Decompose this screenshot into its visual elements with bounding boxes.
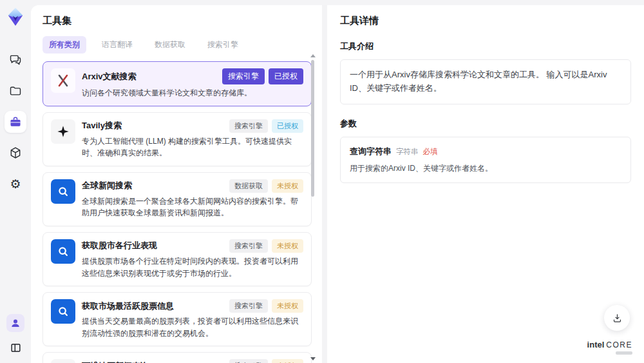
briefcase-icon bbox=[9, 115, 22, 128]
panel-divider bbox=[322, 5, 327, 363]
folder-icon bbox=[9, 84, 22, 97]
intel-core-sub-badge bbox=[616, 351, 632, 355]
gear-icon: ⚙ bbox=[10, 178, 21, 190]
sidebar-item-settings[interactable]: ⚙ bbox=[5, 173, 26, 195]
brand-intel-text: intel bbox=[587, 340, 605, 349]
tool-card-tavily[interactable]: Tavily搜索 搜索引擎 已授权 专为人工智能代理 (LLM) 构建的搜索引擎… bbox=[43, 112, 312, 166]
sidebar-nav: ⚙ bbox=[5, 49, 26, 195]
tool-description: 全球新闻搜索是一个聚合全球各大新闻网站内容的搜索引擎。帮助用户快速获取全球最新资… bbox=[82, 195, 303, 219]
download-button[interactable] bbox=[604, 305, 630, 331]
brand-core-text: CORE bbox=[606, 340, 632, 349]
tool-description: 提供当天交易量最高的股票列表，投资者可以利用这些信息来识别流动性强的股票和潜在的… bbox=[82, 315, 303, 339]
tag-auth-status: 未授权 bbox=[272, 359, 303, 363]
news-search-icon bbox=[51, 179, 75, 204]
intro-heading: 工具介绍 bbox=[340, 41, 631, 52]
tool-detail-panel: 工具详情 工具介绍 一个用于从Arxiv存储库搜索科学论文和文章的工具。 输入可… bbox=[327, 5, 644, 363]
news-search-icon bbox=[51, 299, 75, 324]
tool-card-sector-performance[interactable]: 获取股市各行业表现 搜索引擎 未授权 提供股票市场各个行业在特定时间段内的表现。… bbox=[43, 232, 312, 286]
category-tabs: 所有类别 语言翻译 数据获取 搜索引擎 bbox=[43, 36, 312, 54]
scrollbar-down-arrow[interactable] bbox=[310, 357, 316, 360]
param-box: 查询字符串 字符串 必填 用于搜索的Arxiv ID、关键字或作者姓名。 bbox=[340, 137, 631, 183]
intro-text: 一个用于从Arxiv存储库搜索科学论文和文章的工具。 输入可以是Arxiv ID… bbox=[350, 68, 621, 95]
param-name: 查询字符串 bbox=[350, 146, 392, 157]
tool-card-regional-news[interactable]: 万维地区新闻查询 搜索引擎 未授权 查询具体行政区划内的新闻，快速了解各地新闻动 bbox=[43, 352, 312, 363]
user-avatar[interactable] bbox=[6, 314, 24, 332]
panel-collapse-icon bbox=[10, 342, 22, 354]
tag-auth-status: 未授权 bbox=[272, 179, 303, 193]
tag-auth-status: 未授权 bbox=[272, 239, 303, 253]
building-icon bbox=[51, 359, 75, 363]
tag-category: 搜索引擎 bbox=[222, 68, 265, 84]
tag-category: 数据获取 bbox=[229, 179, 268, 193]
arxiv-icon bbox=[51, 68, 75, 93]
tool-description: 访问各个研究领域大量科学论文和文章的存储库。 bbox=[82, 87, 303, 99]
tab-data-fetch[interactable]: 数据获取 bbox=[148, 36, 192, 54]
sidebar: ⚙ bbox=[0, 0, 31, 363]
person-icon bbox=[10, 317, 21, 329]
params-heading: 参数 bbox=[340, 118, 631, 130]
tool-name: 获取股市各行业表现 bbox=[82, 240, 157, 251]
scrollbar-up-arrow[interactable] bbox=[310, 54, 316, 57]
page-title: 工具集 bbox=[43, 15, 312, 27]
tag-auth-status: 未授权 bbox=[272, 299, 303, 313]
tool-card-arxiv[interactable]: Arxiv文献搜索 搜索引擎 已授权 访问各个研究领域大量科学论文和文章的存储库… bbox=[43, 61, 312, 106]
tool-name: Arxiv文献搜索 bbox=[82, 71, 137, 83]
tool-card-global-news[interactable]: 全球新闻搜索 数据获取 未授权 全球新闻搜索是一个聚合全球各大新闻网站内容的搜索… bbox=[43, 172, 312, 226]
tool-list-panel: 工具集 所有类别 语言翻译 数据获取 搜索引擎 bbox=[31, 5, 322, 363]
tool-name: 万维地区新闻查询 bbox=[82, 360, 149, 363]
download-icon bbox=[612, 313, 623, 324]
main-content: 工具集 所有类别 语言翻译 数据获取 搜索引擎 bbox=[31, 5, 644, 363]
tag-auth-status: 已授权 bbox=[272, 119, 303, 133]
tool-card-list: Arxiv文献搜索 搜索引擎 已授权 访问各个研究领域大量科学论文和文章的存储库… bbox=[43, 61, 312, 363]
param-description: 用于搜索的Arxiv ID、关键字或作者姓名。 bbox=[350, 163, 621, 174]
list-scrollbar[interactable] bbox=[310, 54, 316, 360]
news-search-icon bbox=[51, 239, 75, 264]
tab-all-categories[interactable]: 所有类别 bbox=[43, 36, 86, 54]
tavily-star-icon bbox=[51, 119, 75, 144]
tag-category: 搜索引擎 bbox=[229, 359, 268, 363]
tool-description: 专为人工智能代理 (LLM) 构建的搜索引擎工具。可快速提供实时、准确和真实的结… bbox=[82, 135, 303, 159]
sidebar-item-tools[interactable] bbox=[5, 111, 26, 133]
sidebar-bottom bbox=[6, 314, 24, 357]
tab-language-translation[interactable]: 语言翻译 bbox=[95, 36, 139, 54]
tool-card-active-stocks[interactable]: 获取市场最活跃股票信息 搜索引擎 未授权 提供当天交易量最高的股票列表，投资者可… bbox=[43, 292, 312, 346]
intro-box: 一个用于从Arxiv存储库搜索科学论文和文章的工具。 输入可以是Arxiv ID… bbox=[340, 59, 631, 104]
collapse-sidebar-button[interactable] bbox=[6, 338, 24, 357]
tool-description: 提供股票市场各个行业在特定时间段内的表现。投资者可以利用这些信息来识别表现优于或… bbox=[82, 255, 303, 279]
sidebar-item-packages[interactable] bbox=[5, 142, 26, 164]
app-window: ⚙ bbox=[0, 0, 644, 363]
tag-category: 搜索引擎 bbox=[229, 239, 268, 253]
app-logo-icon bbox=[5, 6, 26, 27]
scrollbar-thumb[interactable] bbox=[311, 60, 314, 197]
cube-icon bbox=[9, 146, 22, 159]
tool-name: 获取市场最活跃股票信息 bbox=[82, 300, 174, 312]
tag-category: 搜索引擎 bbox=[229, 119, 268, 133]
param-type-badge: 字符串 bbox=[396, 147, 419, 157]
chat-icon bbox=[9, 54, 22, 66]
detail-title: 工具详情 bbox=[340, 15, 631, 27]
tag-category: 搜索引擎 bbox=[229, 299, 268, 313]
tab-search-engine[interactable]: 搜索引擎 bbox=[201, 36, 245, 54]
param-required-badge: 必填 bbox=[423, 147, 438, 157]
tag-auth-status: 已授权 bbox=[269, 68, 303, 84]
intel-core-logo: intelCORE bbox=[587, 340, 632, 355]
tool-name: Tavily搜索 bbox=[82, 120, 122, 132]
sidebar-item-folder[interactable] bbox=[5, 80, 26, 102]
sidebar-item-chat[interactable] bbox=[5, 49, 26, 71]
tool-name: 全球新闻搜索 bbox=[82, 180, 132, 191]
